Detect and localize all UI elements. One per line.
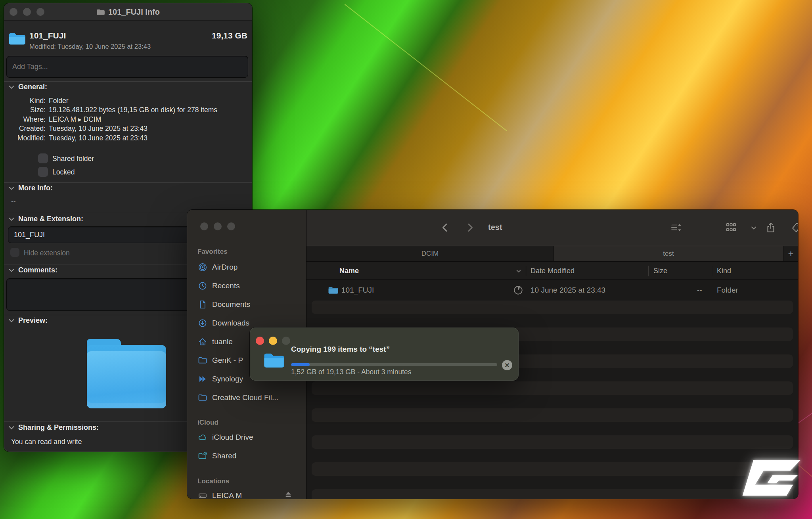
chevron-down-icon <box>9 186 14 190</box>
empty-row-stripe <box>312 301 793 314</box>
sidebar-section-favorites: Favorites <box>197 248 228 256</box>
sidebar-item-recents[interactable]: Recents <box>193 278 302 294</box>
sidebar-item-shared[interactable]: Shared <box>193 448 302 464</box>
sidebar-item-icloud-drive[interactable]: iCloud Drive <box>193 429 302 445</box>
kv-key: Created: <box>6 124 46 133</box>
divider <box>4 81 252 82</box>
close-button[interactable] <box>256 337 264 345</box>
copy-dialog-status: 1,52 GB of 19,13 GB - About 3 minutes <box>291 368 412 376</box>
cancel-copy-button[interactable]: ✕ <box>502 360 512 370</box>
group-view-icon[interactable] <box>725 222 737 234</box>
section-label: Name & Extension: <box>18 215 83 223</box>
finder-tabbar: DCIM test + <box>306 246 798 262</box>
file-date: 10 June 2025 at 23:43 <box>530 286 605 295</box>
folder-icon <box>96 8 105 15</box>
empty-row-stripe <box>312 381 793 395</box>
column-size[interactable]: Size <box>653 262 667 280</box>
progress-bar <box>291 363 497 366</box>
section-general[interactable]: General: <box>9 83 47 91</box>
zoom-button[interactable] <box>227 222 235 230</box>
list-view-icon[interactable] <box>670 222 682 234</box>
column-name[interactable]: Name <box>339 262 359 280</box>
empty-row-stripe <box>312 489 793 499</box>
drive-icon <box>198 491 207 499</box>
section-label: Preview: <box>18 316 48 325</box>
folder-icon <box>198 393 207 402</box>
hide-extension-checkbox[interactable] <box>10 248 19 257</box>
synology-icon <box>198 374 207 384</box>
sidebar-item-creative-cloud[interactable]: Creative Cloud Fil... <box>193 390 302 406</box>
share-icon[interactable] <box>765 222 777 234</box>
chevron-down-icon <box>9 268 14 272</box>
info-item-name: 101_FUJI <box>29 31 66 40</box>
checkbox-label: Locked <box>52 168 75 176</box>
tab-dcim[interactable]: DCIM <box>306 246 553 261</box>
locked-checkbox[interactable] <box>38 167 48 177</box>
file-name: 101_FUJI <box>341 286 374 295</box>
list-header: Name Date Modified Size Kind <box>306 262 798 280</box>
checkbox-label: Hide extension <box>24 249 70 257</box>
new-tab-button[interactable]: + <box>783 246 798 261</box>
file-list: 101_FUJI 10 June 2025 at 23:43 -- Folder <box>306 280 798 499</box>
info-titlebar[interactable]: 101_FUJI Info <box>4 3 252 21</box>
kv-value: Tuesday, 10 June 2025 at 23:43 <box>49 124 147 133</box>
checkbox-label: Shared folder <box>52 155 94 163</box>
section-comments[interactable]: Comments: <box>9 266 57 274</box>
back-icon[interactable] <box>439 222 451 234</box>
shared-folder-checkbox[interactable] <box>38 153 48 163</box>
column-divider[interactable] <box>712 266 712 276</box>
kv-key: Where: <box>6 115 46 124</box>
copy-progress-dialog: Copying 199 items to “test” ✕ 1,52 GB of… <box>250 327 519 381</box>
cloud-icon <box>198 433 207 442</box>
column-divider[interactable] <box>526 266 526 276</box>
folder-icon <box>263 350 285 370</box>
forward-icon[interactable] <box>464 222 476 234</box>
folder-icon <box>8 31 26 46</box>
add-tags-input[interactable] <box>7 56 248 77</box>
section-sharing[interactable]: Sharing & Permissions: <box>9 423 99 432</box>
close-button[interactable] <box>200 222 208 230</box>
file-kind: Folder <box>717 286 738 295</box>
section-label: Comments: <box>18 266 57 274</box>
copy-dialog-title: Copying 199 items to “test” <box>291 345 390 354</box>
sidebar-item-airdrop[interactable]: AirDrop <box>193 259 302 275</box>
clock-icon <box>198 281 207 291</box>
sidebar-section-icloud: iCloud <box>197 419 218 427</box>
folder-icon <box>198 356 207 365</box>
chevron-down-icon <box>9 319 14 322</box>
tab-test[interactable]: test <box>553 246 783 261</box>
document-icon <box>198 300 207 309</box>
section-name-extension[interactable]: Name & Extension: <box>9 215 83 223</box>
minimize-button[interactable] <box>269 337 277 345</box>
tag-icon[interactable] <box>790 222 798 234</box>
column-date-modified[interactable]: Date Modified <box>530 262 575 280</box>
section-label: Sharing & Permissions: <box>18 423 99 432</box>
shared-folder-icon <box>198 451 207 461</box>
sidebar-item-documents[interactable]: Documents <box>193 297 302 312</box>
kv-key: Size: <box>6 106 46 114</box>
add-tags-field[interactable] <box>6 56 248 78</box>
divider <box>4 182 252 183</box>
eject-icon[interactable] <box>283 490 293 499</box>
table-row[interactable]: 101_FUJI 10 June 2025 at 23:43 -- Folder <box>306 280 798 301</box>
sidebar-section-locations: Locations <box>197 477 229 485</box>
info-modified-line: Modified: Tuesday, 10 June 2025 at 23:43 <box>29 43 151 50</box>
column-kind[interactable]: Kind <box>717 262 731 280</box>
chevron-down-icon[interactable] <box>751 226 757 230</box>
column-divider[interactable] <box>648 266 649 276</box>
section-label: General: <box>18 83 47 91</box>
kv-key: Kind: <box>6 97 46 105</box>
chevron-down-icon <box>9 85 14 89</box>
airdrop-icon <box>198 262 207 272</box>
kv-value: Tuesday, 10 June 2025 at 23:43 <box>49 134 147 142</box>
kv-value: 19.126.481.922 bytes (19,15 GB on disk) … <box>49 106 217 114</box>
sort-chevron-icon[interactable] <box>516 269 521 273</box>
more-info-value: -- <box>11 197 16 206</box>
section-more-info[interactable]: More Info: <box>9 184 53 192</box>
copy-progress-pie-icon <box>513 285 523 295</box>
kv-key: Modified: <box>6 134 46 142</box>
minimize-button[interactable] <box>214 222 222 230</box>
empty-row-stripe <box>312 408 793 422</box>
section-preview[interactable]: Preview: <box>9 316 48 325</box>
sharing-status: You can read and write <box>11 438 82 446</box>
